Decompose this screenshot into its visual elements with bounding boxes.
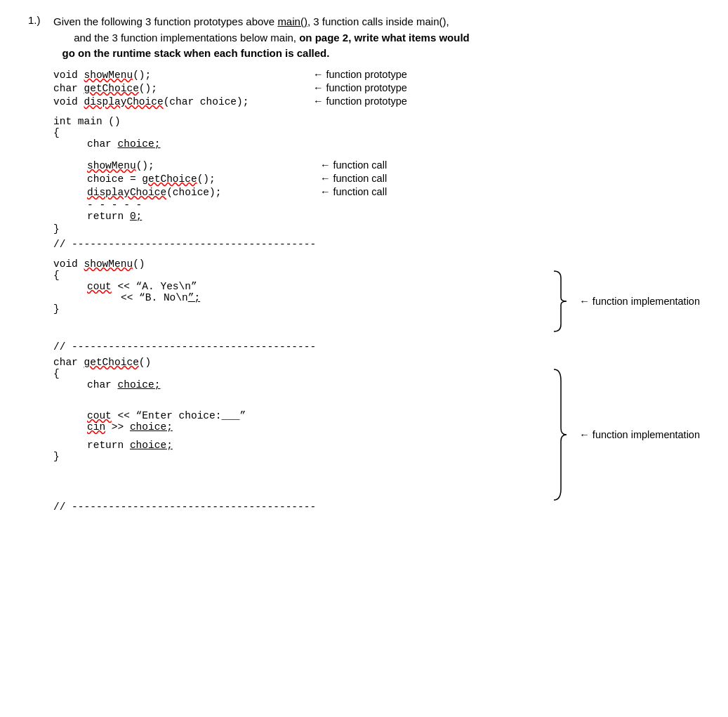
main-close-brace: } <box>53 223 700 235</box>
main-underline: main() <box>277 15 307 27</box>
call-code-1: showMenu(); <box>53 160 320 171</box>
brace-svg-showmenu <box>551 270 571 333</box>
call-annotation-1: ← function call <box>320 159 387 171</box>
question-body: Given the following 3 function prototype… <box>53 14 470 62</box>
call-annotation-3: ← function call <box>320 186 387 197</box>
showmenu-impl-label: ← function implementation <box>579 296 700 307</box>
getchoice-cout: cout << “Enter choice:___” <box>53 410 543 421</box>
bold-text-2: go on the runtime stack when each functi… <box>62 47 330 59</box>
getchoice-cin: cin >> choice; <box>53 421 543 433</box>
getchoice-code-block: { char choice; cout << “Enter choice:___… <box>53 368 543 501</box>
getchoice-brace-section: { char choice; cout << “Enter choice:___… <box>53 368 700 501</box>
showmenu-section: void showMenu() { cout << “A. Yes\n” << … <box>53 258 700 333</box>
call-row-3: displayChoice(choice); ← function call <box>53 186 700 198</box>
call-row-1: showMenu(); ← function call <box>53 159 700 171</box>
getchoice-return: return choice; <box>53 440 543 451</box>
question-header: 1.) Given the following 3 function proto… <box>28 14 700 62</box>
call-annotation-2: ← function call <box>320 173 387 184</box>
prototype-code-3: void displayChoice(char choice); <box>53 96 313 107</box>
call-row-2: choice = getChoice(); ← function call <box>53 173 700 185</box>
main-return: return 0; <box>53 211 700 222</box>
getchoice-brace-right <box>551 368 571 501</box>
prototype-code-2: char getChoice(); <box>53 83 313 94</box>
showmenu-open: { <box>53 270 543 281</box>
main-block: int main () { char choice; showMenu(); ←… <box>53 116 700 235</box>
prototype-annotation-2: ← function prototype <box>313 82 407 93</box>
prototypes-section: void showMenu(); ← function prototype ch… <box>53 69 700 107</box>
prototype-annotation-1: ← function prototype <box>313 69 407 80</box>
call-code-2: choice = getChoice(); <box>53 173 320 185</box>
getchoice-open: { <box>53 368 543 379</box>
getchoice-close: } <box>53 451 543 462</box>
getchoice-blank2 <box>53 433 543 440</box>
showmenu-code-block: { cout << “A. Yes\n” << “B. No\n”; } <box>53 270 543 333</box>
prototype-annotation-3: ← function prototype <box>313 96 407 107</box>
showmenu-close: } <box>53 303 543 315</box>
call-code-3: displayChoice(choice); <box>53 187 320 198</box>
getchoice-impl-label: ← function implementation <box>579 429 700 440</box>
main-header: int main () <box>53 116 700 127</box>
getchoice-blank <box>53 400 543 410</box>
separator-2: // -------------------------------------… <box>53 341 700 353</box>
separator-1: // -------------------------------------… <box>53 239 700 250</box>
getchoice-section: char getChoice() { char choice; cout << … <box>53 357 700 513</box>
getchoice-header: char getChoice() <box>53 357 700 368</box>
showmenu-header: void showMenu() <box>53 258 700 270</box>
showmenu-cout-1: cout << “A. Yes\n” <box>53 281 543 292</box>
prototype-row-1: void showMenu(); ← function prototype <box>53 69 700 81</box>
showmenu-cout-2: << “B. No\n”; <box>53 292 543 303</box>
main-dashes: - - - - - <box>53 199 700 211</box>
prototype-code-1: void showMenu(); <box>53 70 313 81</box>
getchoice-char: char choice; <box>53 379 543 390</box>
showmenu-brace-section: { cout << “A. Yes\n” << “B. No\n”; } ← f… <box>53 270 700 333</box>
bold-text-1: on page 2, write what items would <box>299 32 470 44</box>
main-open-brace: { <box>53 127 700 138</box>
showmenu-brace-right <box>551 270 571 333</box>
getchoice-separator: // -------------------------------------… <box>53 501 700 513</box>
main-char-choice: char choice; <box>53 138 700 150</box>
prototype-row-3: void displayChoice(char choice); ← funct… <box>53 96 700 107</box>
brace-svg-getchoice <box>551 368 571 501</box>
question-number: 1.) <box>28 14 53 62</box>
prototype-row-2: char getChoice(); ← function prototype <box>53 82 700 94</box>
page-container: 1.) Given the following 3 function proto… <box>28 14 700 513</box>
